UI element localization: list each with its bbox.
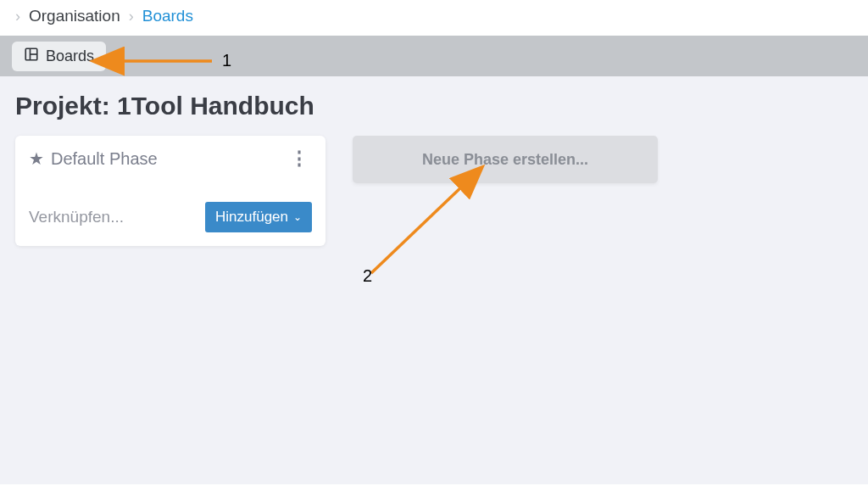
chevron-right-icon: › xyxy=(15,8,20,25)
tab-boards-label: Boards xyxy=(46,47,94,65)
phase-card: ★ Default Phase ⋮ Verknüpfen... Hinzufüg… xyxy=(15,136,326,246)
phase-title-wrap: ★ Default Phase xyxy=(29,148,158,169)
tab-bar: Boards xyxy=(0,36,868,76)
chevron-down-icon: ⌄ xyxy=(293,211,302,223)
breadcrumb: › Organisation › Boards xyxy=(0,0,868,36)
breadcrumb-organisation[interactable]: Organisation xyxy=(29,7,120,25)
phase-header: ★ Default Phase ⋮ xyxy=(29,148,312,170)
add-button[interactable]: Hinzufügen ⌄ xyxy=(205,202,312,232)
tab-boards[interactable]: Boards xyxy=(12,42,106,71)
board-icon xyxy=(24,47,39,66)
star-icon: ★ xyxy=(29,148,44,169)
board-row: ★ Default Phase ⋮ Verknüpfen... Hinzufüg… xyxy=(15,136,853,246)
phase-actions: Verknüpfen... Hinzufügen ⌄ xyxy=(29,202,312,232)
create-new-phase-label: Neue Phase erstellen... xyxy=(422,151,588,169)
phase-menu-icon[interactable]: ⋮ xyxy=(287,148,312,170)
chevron-right-icon: › xyxy=(129,8,134,25)
link-action[interactable]: Verknüpfen... xyxy=(29,208,124,226)
annotation-number-2: 2 xyxy=(363,266,372,286)
annotation-number-1: 1 xyxy=(222,51,231,70)
create-new-phase[interactable]: Neue Phase erstellen... xyxy=(353,136,658,183)
phase-name: Default Phase xyxy=(51,149,158,169)
project-title: Projekt: 1Tool Handbuch xyxy=(15,92,853,120)
breadcrumb-boards[interactable]: Boards xyxy=(142,7,193,25)
main-area: Projekt: 1Tool Handbuch ★ Default Phase … xyxy=(0,76,868,484)
add-button-label: Hinzufügen xyxy=(215,209,288,226)
